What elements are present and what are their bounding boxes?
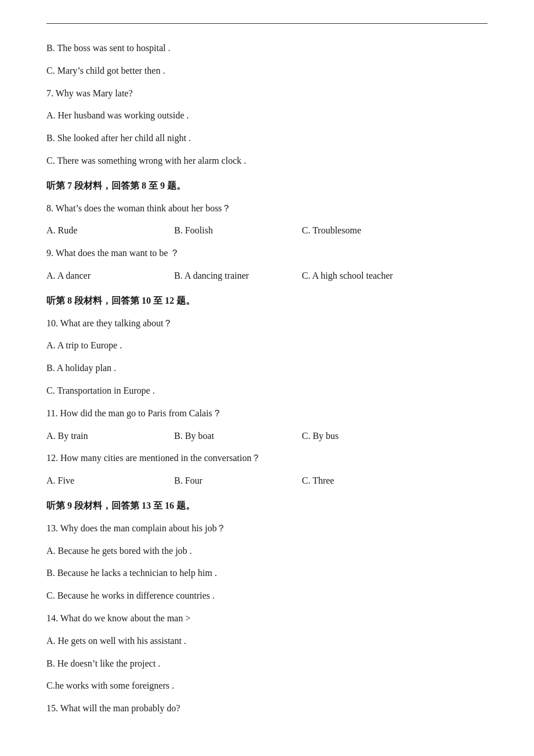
c_mary_child: C. Mary’s child got better then . [46, 63, 488, 80]
q14a: A. He gets on well with his assistant . [46, 633, 488, 650]
q8_opts_opt2: C. Troublesome [302, 222, 395, 239]
q11_opts_opt1: B. By boat [174, 428, 267, 445]
q8: 8. What’s does the woman think about her… [46, 200, 488, 217]
top-divider [46, 23, 488, 24]
q7a: A. Her husband was working outside . [46, 107, 488, 124]
q14b: B. He doesn’t like the project . [46, 656, 488, 672]
q13: 13. Why does the man complain about his … [46, 520, 488, 537]
q12_opts_opt1: B. Four [174, 473, 267, 489]
q7b: B. She looked after her child all night … [46, 130, 488, 147]
q11_opts_opt2: C. By bus [302, 428, 395, 445]
q13c: C. Because he works in difference countr… [46, 588, 488, 604]
sec7: 听第 7 段材料，回答第 8 至 9 题。 [46, 178, 488, 195]
q11_opts: A. By trainB. By boatC. By bus [46, 428, 488, 445]
q13b: B. Because he lacks a technician to help… [46, 565, 488, 582]
q7: 7. Why was Mary late? [46, 85, 488, 102]
q14c: C.he works with some foreigners . [46, 678, 488, 694]
q12: 12. How many cities are mentioned in the… [46, 450, 488, 467]
q9_opts_opt1: B. A dancing trainer [174, 268, 267, 285]
b_boss: B. The boss was sent to hospital . [46, 40, 488, 57]
q9: 9. What does the man want to be ？ [46, 245, 488, 262]
q12_opts_opt2: C. Three [302, 473, 395, 489]
q9_opts_opt2: C. A high school teacher [302, 268, 395, 285]
q12_opts_opt0: A. Five [46, 473, 139, 489]
q10c: C. Transportation in Europe . [46, 383, 488, 399]
q9_opts_opt0: A. A dancer [46, 268, 139, 285]
q10a: A. A trip to Europe . [46, 337, 488, 354]
q12_opts: A. FiveB. FourC. Three [46, 473, 488, 489]
sec9: 听第 9 段材料，回答第 13 至 16 题。 [46, 498, 488, 514]
q8_opts_opt0: A. Rude [46, 222, 139, 239]
content-block: B. The boss was sent to hospital .C. Mar… [46, 40, 488, 717]
q8_opts_opt1: B. Foolish [174, 222, 267, 239]
q7c: C. There was something wrong with her al… [46, 153, 488, 170]
q8_opts: A. RudeB. FoolishC. Troublesome [46, 222, 488, 239]
q15: 15. What will the man probably do? [46, 700, 488, 717]
q11_opts_opt0: A. By train [46, 428, 139, 445]
q9_opts: A. A dancerB. A dancing trainerC. A high… [46, 268, 488, 285]
q11: 11. How did the man go to Paris from Cal… [46, 405, 488, 422]
q10: 10. What are they talking about？ [46, 315, 488, 332]
sec8: 听第 8 段材料，回答第 10 至 12 题。 [46, 293, 488, 309]
q14: 14. What do we know about the man > [46, 610, 488, 627]
q13a: A. Because he gets bored with the job . [46, 543, 488, 560]
q10b: B. A holiday plan . [46, 360, 488, 377]
